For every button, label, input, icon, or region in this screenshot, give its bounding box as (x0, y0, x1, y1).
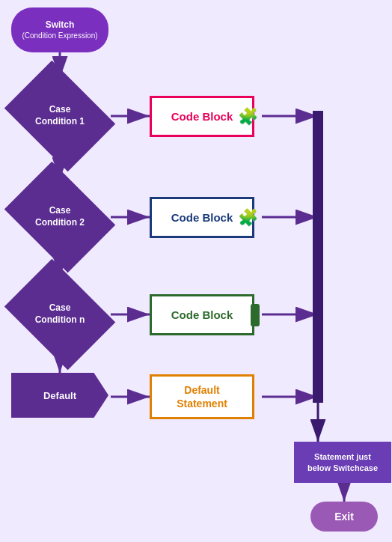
case1-label: CaseCondition 1 (35, 104, 85, 127)
case2-label: CaseCondition 2 (35, 205, 85, 228)
exit-label: Exit (334, 511, 354, 523)
switch-node: Switch (Condition Expression) (11, 7, 108, 52)
flowchart: Switch (Condition Expression) CaseCondit… (0, 0, 392, 542)
svg-rect-14 (313, 111, 323, 403)
statement-below-label: Statement justbelow Switchcase (307, 451, 378, 473)
casen-diamond: CaseCondition n (11, 277, 108, 352)
exit-node: Exit (310, 502, 378, 532)
codeblock2-label: Code Block (171, 211, 233, 224)
codeblock1-label: Code Block (171, 110, 233, 123)
case2-diamond: CaseCondition 2 (11, 180, 108, 255)
codeblock3-label: Code Block (171, 308, 233, 321)
code-block-2: Code Block 🧩 (150, 197, 254, 238)
switch-label: Switch (22, 19, 97, 31)
switch-sublabel: (Condition Expression) (22, 31, 97, 40)
code-block-3: Code Block (150, 294, 254, 335)
default-node: Default (11, 373, 108, 418)
default-statement: DefaultStatement (150, 374, 254, 419)
default-label: Default (43, 390, 76, 401)
statement-below: Statement justbelow Switchcase (294, 442, 391, 483)
default-statement-label: DefaultStatement (177, 383, 227, 410)
case1-diamond: CaseCondition 1 (11, 79, 108, 153)
code-block-1: Code Block 🧩 (150, 96, 254, 137)
casen-label: CaseCondition n (35, 302, 85, 326)
